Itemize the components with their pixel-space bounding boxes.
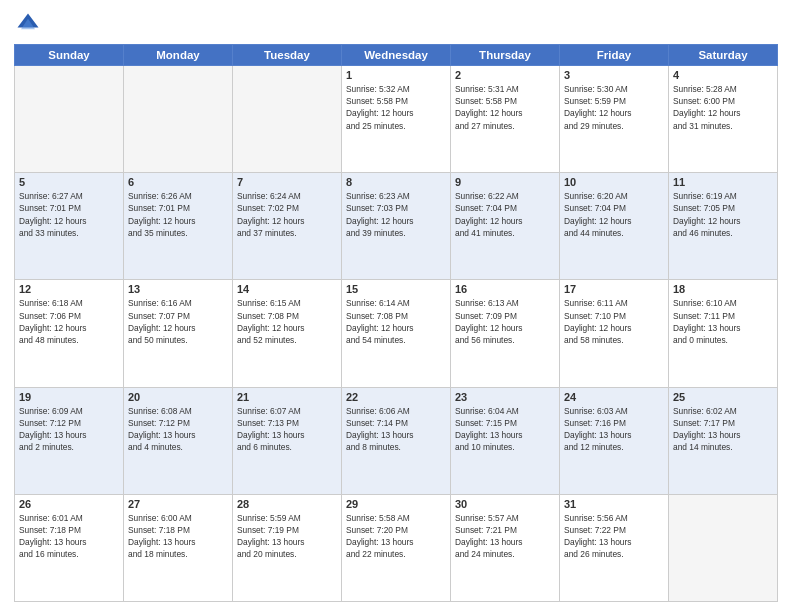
day-number: 9	[455, 176, 555, 188]
day-number: 30	[455, 498, 555, 510]
calendar-cell	[669, 494, 778, 601]
calendar-cell: 8Sunrise: 6:23 AM Sunset: 7:03 PM Daylig…	[342, 173, 451, 280]
day-info: Sunrise: 6:19 AM Sunset: 7:05 PM Dayligh…	[673, 190, 773, 239]
day-info: Sunrise: 6:18 AM Sunset: 7:06 PM Dayligh…	[19, 297, 119, 346]
day-info: Sunrise: 5:30 AM Sunset: 5:59 PM Dayligh…	[564, 83, 664, 132]
day-info: Sunrise: 6:27 AM Sunset: 7:01 PM Dayligh…	[19, 190, 119, 239]
week-row-3: 12Sunrise: 6:18 AM Sunset: 7:06 PM Dayli…	[15, 280, 778, 387]
day-number: 28	[237, 498, 337, 510]
day-info: Sunrise: 6:06 AM Sunset: 7:14 PM Dayligh…	[346, 405, 446, 454]
week-row-1: 1Sunrise: 5:32 AM Sunset: 5:58 PM Daylig…	[15, 66, 778, 173]
weekday-header-sunday: Sunday	[15, 45, 124, 66]
day-number: 20	[128, 391, 228, 403]
day-info: Sunrise: 6:13 AM Sunset: 7:09 PM Dayligh…	[455, 297, 555, 346]
day-info: Sunrise: 6:15 AM Sunset: 7:08 PM Dayligh…	[237, 297, 337, 346]
calendar: SundayMondayTuesdayWednesdayThursdayFrid…	[14, 44, 778, 602]
calendar-cell: 7Sunrise: 6:24 AM Sunset: 7:02 PM Daylig…	[233, 173, 342, 280]
calendar-cell: 23Sunrise: 6:04 AM Sunset: 7:15 PM Dayli…	[451, 387, 560, 494]
day-number: 12	[19, 283, 119, 295]
day-number: 27	[128, 498, 228, 510]
day-info: Sunrise: 6:14 AM Sunset: 7:08 PM Dayligh…	[346, 297, 446, 346]
day-info: Sunrise: 6:22 AM Sunset: 7:04 PM Dayligh…	[455, 190, 555, 239]
weekday-header-tuesday: Tuesday	[233, 45, 342, 66]
day-number: 17	[564, 283, 664, 295]
day-info: Sunrise: 5:32 AM Sunset: 5:58 PM Dayligh…	[346, 83, 446, 132]
day-number: 25	[673, 391, 773, 403]
day-number: 14	[237, 283, 337, 295]
day-info: Sunrise: 6:20 AM Sunset: 7:04 PM Dayligh…	[564, 190, 664, 239]
calendar-cell: 12Sunrise: 6:18 AM Sunset: 7:06 PM Dayli…	[15, 280, 124, 387]
day-info: Sunrise: 6:09 AM Sunset: 7:12 PM Dayligh…	[19, 405, 119, 454]
calendar-cell: 15Sunrise: 6:14 AM Sunset: 7:08 PM Dayli…	[342, 280, 451, 387]
header	[14, 10, 778, 38]
day-number: 15	[346, 283, 446, 295]
day-info: Sunrise: 6:08 AM Sunset: 7:12 PM Dayligh…	[128, 405, 228, 454]
day-info: Sunrise: 6:03 AM Sunset: 7:16 PM Dayligh…	[564, 405, 664, 454]
day-number: 24	[564, 391, 664, 403]
weekday-header-friday: Friday	[560, 45, 669, 66]
day-number: 5	[19, 176, 119, 188]
day-number: 21	[237, 391, 337, 403]
logo	[14, 10, 46, 38]
weekday-header-row: SundayMondayTuesdayWednesdayThursdayFrid…	[15, 45, 778, 66]
calendar-cell: 6Sunrise: 6:26 AM Sunset: 7:01 PM Daylig…	[124, 173, 233, 280]
day-info: Sunrise: 5:56 AM Sunset: 7:22 PM Dayligh…	[564, 512, 664, 561]
weekday-header-thursday: Thursday	[451, 45, 560, 66]
calendar-cell: 19Sunrise: 6:09 AM Sunset: 7:12 PM Dayli…	[15, 387, 124, 494]
day-info: Sunrise: 5:58 AM Sunset: 7:20 PM Dayligh…	[346, 512, 446, 561]
day-info: Sunrise: 5:31 AM Sunset: 5:58 PM Dayligh…	[455, 83, 555, 132]
calendar-cell: 29Sunrise: 5:58 AM Sunset: 7:20 PM Dayli…	[342, 494, 451, 601]
calendar-cell: 22Sunrise: 6:06 AM Sunset: 7:14 PM Dayli…	[342, 387, 451, 494]
calendar-cell	[15, 66, 124, 173]
calendar-cell: 20Sunrise: 6:08 AM Sunset: 7:12 PM Dayli…	[124, 387, 233, 494]
day-info: Sunrise: 6:07 AM Sunset: 7:13 PM Dayligh…	[237, 405, 337, 454]
week-row-5: 26Sunrise: 6:01 AM Sunset: 7:18 PM Dayli…	[15, 494, 778, 601]
calendar-cell: 9Sunrise: 6:22 AM Sunset: 7:04 PM Daylig…	[451, 173, 560, 280]
weekday-header-saturday: Saturday	[669, 45, 778, 66]
day-info: Sunrise: 6:26 AM Sunset: 7:01 PM Dayligh…	[128, 190, 228, 239]
day-number: 26	[19, 498, 119, 510]
week-row-4: 19Sunrise: 6:09 AM Sunset: 7:12 PM Dayli…	[15, 387, 778, 494]
day-info: Sunrise: 6:04 AM Sunset: 7:15 PM Dayligh…	[455, 405, 555, 454]
calendar-cell: 26Sunrise: 6:01 AM Sunset: 7:18 PM Dayli…	[15, 494, 124, 601]
calendar-cell: 28Sunrise: 5:59 AM Sunset: 7:19 PM Dayli…	[233, 494, 342, 601]
day-number: 11	[673, 176, 773, 188]
calendar-cell: 2Sunrise: 5:31 AM Sunset: 5:58 PM Daylig…	[451, 66, 560, 173]
calendar-cell	[124, 66, 233, 173]
calendar-cell: 18Sunrise: 6:10 AM Sunset: 7:11 PM Dayli…	[669, 280, 778, 387]
calendar-cell: 5Sunrise: 6:27 AM Sunset: 7:01 PM Daylig…	[15, 173, 124, 280]
calendar-cell: 13Sunrise: 6:16 AM Sunset: 7:07 PM Dayli…	[124, 280, 233, 387]
day-number: 13	[128, 283, 228, 295]
day-number: 31	[564, 498, 664, 510]
calendar-cell: 30Sunrise: 5:57 AM Sunset: 7:21 PM Dayli…	[451, 494, 560, 601]
day-number: 29	[346, 498, 446, 510]
calendar-cell: 21Sunrise: 6:07 AM Sunset: 7:13 PM Dayli…	[233, 387, 342, 494]
day-info: Sunrise: 6:10 AM Sunset: 7:11 PM Dayligh…	[673, 297, 773, 346]
calendar-cell: 1Sunrise: 5:32 AM Sunset: 5:58 PM Daylig…	[342, 66, 451, 173]
day-number: 22	[346, 391, 446, 403]
weekday-header-wednesday: Wednesday	[342, 45, 451, 66]
day-info: Sunrise: 6:23 AM Sunset: 7:03 PM Dayligh…	[346, 190, 446, 239]
day-number: 10	[564, 176, 664, 188]
calendar-cell: 25Sunrise: 6:02 AM Sunset: 7:17 PM Dayli…	[669, 387, 778, 494]
logo-icon	[14, 10, 42, 38]
day-info: Sunrise: 6:11 AM Sunset: 7:10 PM Dayligh…	[564, 297, 664, 346]
day-number: 16	[455, 283, 555, 295]
day-info: Sunrise: 6:01 AM Sunset: 7:18 PM Dayligh…	[19, 512, 119, 561]
calendar-cell: 11Sunrise: 6:19 AM Sunset: 7:05 PM Dayli…	[669, 173, 778, 280]
calendar-cell: 3Sunrise: 5:30 AM Sunset: 5:59 PM Daylig…	[560, 66, 669, 173]
calendar-cell: 10Sunrise: 6:20 AM Sunset: 7:04 PM Dayli…	[560, 173, 669, 280]
week-row-2: 5Sunrise: 6:27 AM Sunset: 7:01 PM Daylig…	[15, 173, 778, 280]
day-number: 23	[455, 391, 555, 403]
day-info: Sunrise: 5:59 AM Sunset: 7:19 PM Dayligh…	[237, 512, 337, 561]
day-info: Sunrise: 6:02 AM Sunset: 7:17 PM Dayligh…	[673, 405, 773, 454]
day-number: 7	[237, 176, 337, 188]
weekday-header-monday: Monday	[124, 45, 233, 66]
day-number: 1	[346, 69, 446, 81]
page: SundayMondayTuesdayWednesdayThursdayFrid…	[0, 0, 792, 612]
day-info: Sunrise: 6:16 AM Sunset: 7:07 PM Dayligh…	[128, 297, 228, 346]
day-info: Sunrise: 5:28 AM Sunset: 6:00 PM Dayligh…	[673, 83, 773, 132]
calendar-cell: 27Sunrise: 6:00 AM Sunset: 7:18 PM Dayli…	[124, 494, 233, 601]
day-info: Sunrise: 6:00 AM Sunset: 7:18 PM Dayligh…	[128, 512, 228, 561]
calendar-cell: 17Sunrise: 6:11 AM Sunset: 7:10 PM Dayli…	[560, 280, 669, 387]
